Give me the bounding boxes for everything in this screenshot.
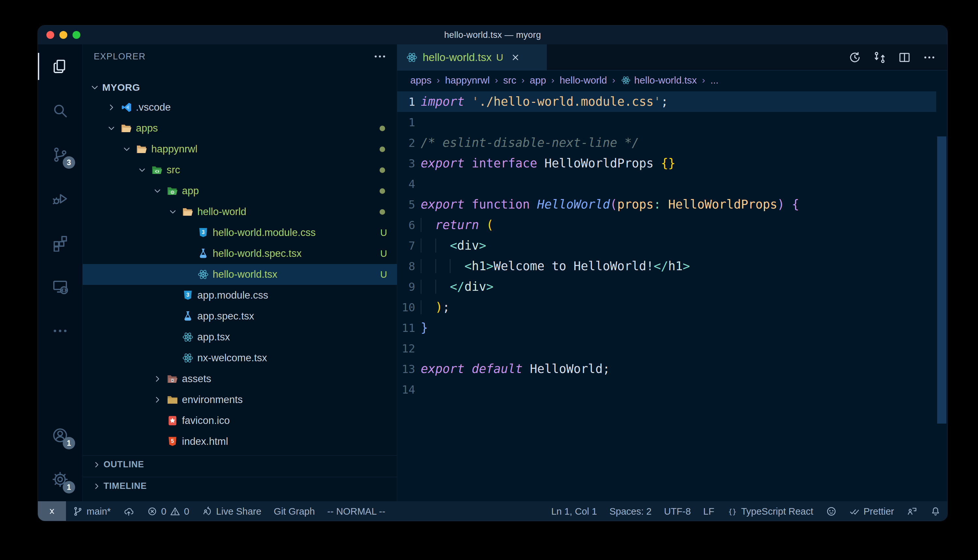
svg-text:3: 3 [202,229,205,235]
breadcrumb-item[interactable]: hello-world [560,75,607,86]
activity-bar-item-remote-explorer[interactable] [38,265,82,309]
remote-explorer-icon [51,278,69,296]
code-line: 3export interface HelloWorldProps {} [397,153,947,173]
status-encoding[interactable]: UTF-8 [658,501,697,521]
react-icon [180,352,196,364]
breadcrumb-item[interactable]: happynrwl [445,75,490,86]
activity-bar-item-source-control[interactable]: 3 [38,132,82,177]
chevron-right-icon [90,460,104,470]
code-line: 6 return ( [397,215,947,235]
react-icon [196,268,211,281]
tree-item-assets[interactable]: assets [83,368,397,389]
status-remote-indicator[interactable] [38,501,66,521]
tree-item-app[interactable]: app [83,180,397,202]
line-number: 1 [397,95,415,108]
split-editor-icon[interactable] [898,51,911,64]
svg-text:5: 5 [171,438,174,444]
activity-bar-item-settings[interactable]: 1 [38,457,82,501]
window-title: hello-world.tsx — myorg [444,30,541,40]
zoom-window-button[interactable] [72,31,80,39]
line-number: 13 [397,363,415,376]
minimize-window-button[interactable] [59,31,67,39]
status-git-branch[interactable]: main* [66,501,117,521]
breadcrumb-item[interactable]: src [503,75,516,86]
status-feedback[interactable] [900,501,924,521]
open-changes-icon[interactable] [873,51,886,64]
git-modified-dot [379,126,385,131]
extensions-icon [51,234,69,252]
status-eol[interactable]: LF [697,501,721,521]
line-number: 2 [397,137,415,150]
react-icon [180,331,196,343]
status-github[interactable] [819,501,843,521]
files-icon [51,58,69,75]
breadcrumb-item[interactable]: apps [410,75,431,86]
status-cursor-position[interactable]: Ln 1, Col 1 [545,501,603,521]
activity-badge: 1 [63,481,75,493]
folder-env-icon [165,393,180,406]
status-vim-mode[interactable]: -- NORMAL -- [321,501,392,521]
code-line: 12 [397,338,947,358]
breadcrumb-item[interactable]: ... [711,75,719,86]
chevron-right-icon [150,395,165,405]
tree-item-hello-world[interactable]: hello-world [83,202,397,222]
close-window-button[interactable] [47,31,54,39]
tree-item--vscode[interactable]: .vscode [83,97,397,118]
vscode-window: hello-world.tsx — myorg 3 11 EXPLORER MY… [38,25,948,521]
sidebar-section-timeline[interactable]: TIMELINE [83,477,397,495]
code-line: 14 [397,379,947,400]
tree-item-apps[interactable]: apps [83,118,397,139]
double-check-icon [849,506,860,517]
editor-scrollbar[interactable] [937,137,946,423]
timeline-history-icon[interactable] [848,51,862,64]
activity-bar-item-run-debug[interactable] [38,177,82,221]
status-prettier[interactable]: Prettier [843,501,900,521]
activity-bar-item-accounts[interactable]: 1 [38,413,82,457]
chevron-down-icon [119,144,134,154]
chevron-down-icon [104,123,119,133]
tree-item-nx-welcome-tsx[interactable]: nx-welcome.tsx [83,348,397,368]
close-tab-icon[interactable] [510,52,521,63]
tab-untracked-badge: U [496,52,503,63]
code-line: 8 <h1>Welcome to HelloWorld!</h1> [397,256,947,277]
tree-item-environments[interactable]: environments [83,389,397,410]
breadcrumb-item[interactable]: hello-world.tsx [621,75,697,86]
tree-item-app-spec-tsx[interactable]: app.spec.tsx [83,306,397,327]
status-sync[interactable] [117,501,140,521]
tree-item-hello-world-tsx[interactable]: hello-world.tsxU [83,264,397,285]
status-live-share[interactable]: Live Share [196,501,267,521]
status-git-graph[interactable]: Git Graph [267,501,321,521]
status-language-mode[interactable]: {}TypeScript React [721,501,819,521]
line-number: 14 [397,383,415,396]
line-number: 3 [397,157,415,170]
activity-bar-item-search[interactable] [38,88,82,132]
status-indentation[interactable]: Spaces: 2 [604,501,658,521]
window-controls [47,25,80,44]
react-icon [621,75,631,85]
status-notifications[interactable] [924,501,947,521]
search-icon [51,102,69,120]
tree-item-favicon-ico[interactable]: favicon.ico [83,410,397,431]
tree-item-happynrwl[interactable]: happynrwl [83,139,397,160]
tree-item-index-html[interactable]: 5index.html [83,431,397,452]
activity-bar-item-extensions[interactable] [38,221,82,265]
code-editor[interactable]: 1import './hello-world.module.css';12/* … [397,90,947,501]
code-line: 4 [397,173,947,194]
tab-hello-world-tsx[interactable]: hello-world.tsx U [397,44,547,70]
activity-bar-item-more-views[interactable] [38,309,82,353]
tree-root-myorg[interactable]: MYORG [83,78,397,97]
sidebar-section-outline[interactable]: OUTLINE [83,455,397,473]
tree-item-hello-world-module-css[interactable]: 3hello-world.module.cssU [83,222,397,243]
tree-item-src[interactable]: src [83,160,397,180]
status-problems[interactable]: 00 [140,501,196,521]
breadcrumb-item[interactable]: app [530,75,546,86]
tree-item-app-tsx[interactable]: app.tsx [83,327,397,348]
octoface-icon [826,506,837,517]
activity-bar-item-explorer[interactable] [38,44,82,88]
tree-item-hello-world-spec-tsx[interactable]: hello-world.spec.tsxU [83,243,397,264]
folder-app-icon [165,185,180,197]
explorer-more-actions-icon[interactable] [373,49,387,63]
more-actions-icon[interactable] [923,51,936,64]
status-bar: main*00Live ShareGit Graph-- NORMAL -- L… [38,501,947,521]
tree-item-app-module-css[interactable]: 3app.module.css [83,285,397,306]
